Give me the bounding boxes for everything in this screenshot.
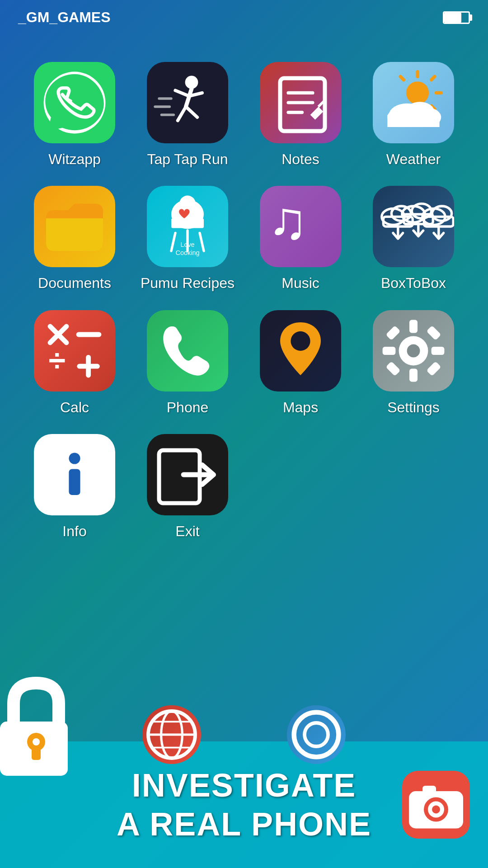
svg-line-5: [178, 107, 186, 121]
svg-point-53: [291, 331, 310, 351]
app-item-witzapp[interactable]: Witzapp: [27, 62, 122, 168]
svg-rect-56: [409, 320, 418, 333]
app-item-taptaprun[interactable]: Tap Tap Run: [140, 62, 235, 168]
boxtobox-label: BoxToBox: [381, 274, 446, 292]
app-item-boxtobox[interactable]: BoxToBox: [366, 186, 461, 292]
app-item-music[interactable]: ♫ Music: [253, 186, 348, 292]
music-label: Music: [282, 274, 319, 292]
documents-icon: [34, 186, 115, 267]
svg-rect-84: [422, 786, 436, 794]
svg-point-83: [432, 806, 440, 814]
notes-label: Notes: [282, 151, 319, 168]
exit-label: Exit: [175, 523, 199, 540]
maps-icon: [260, 310, 341, 392]
app-item-settings[interactable]: Settings: [366, 310, 461, 416]
svg-line-3: [175, 90, 189, 96]
svg-rect-66: [69, 469, 80, 495]
exit-icon: [147, 434, 228, 515]
svg-rect-57: [409, 368, 418, 382]
svg-line-17: [432, 76, 435, 80]
calc-icon: ÷: [34, 310, 115, 392]
info-label: Info: [62, 523, 86, 540]
svg-rect-63: [426, 361, 441, 376]
app-item-maps[interactable]: Maps: [253, 310, 348, 416]
info-icon: [34, 434, 115, 515]
svg-point-79: [305, 723, 328, 746]
svg-point-72: [33, 738, 40, 745]
settings-label: Settings: [387, 399, 440, 416]
svg-rect-61: [426, 326, 441, 340]
weather-icon: [373, 62, 454, 143]
svg-text:Love: Love: [180, 241, 194, 248]
svg-text:÷: ÷: [48, 343, 66, 377]
svg-rect-58: [383, 347, 396, 355]
witzapp-label: Witzapp: [48, 151, 101, 168]
maps-label: Maps: [283, 399, 318, 416]
app-item-info[interactable]: Info: [27, 434, 122, 540]
svg-rect-59: [432, 347, 445, 355]
dock-browser-icon[interactable]: [142, 705, 201, 764]
notes-icon: [260, 62, 341, 143]
lock-decoration: [0, 672, 86, 791]
svg-line-6: [186, 107, 197, 117]
svg-point-15: [406, 81, 429, 104]
svg-point-65: [69, 453, 80, 464]
svg-rect-25: [387, 115, 439, 127]
svg-line-2: [186, 89, 192, 107]
app-grid: Witzapp Tap Tap Run: [0, 44, 488, 558]
svg-line-20: [400, 76, 404, 80]
svg-line-29: [171, 233, 175, 251]
svg-rect-71: [32, 746, 41, 760]
taptaprun-icon: [147, 62, 228, 143]
svg-point-78: [294, 712, 339, 757]
phone-label: Phone: [167, 399, 209, 416]
battery-indicator: [443, 11, 470, 24]
pumu-label: Pumu Recipes: [141, 274, 235, 292]
svg-line-31: [200, 233, 204, 251]
svg-rect-60: [385, 326, 400, 340]
status-bar: _GM_GAMES: [0, 0, 488, 35]
calc-label: Calc: [60, 399, 89, 416]
camera-button[interactable]: [402, 771, 470, 839]
app-item-weather[interactable]: Weather: [366, 62, 461, 168]
app-item-exit[interactable]: Exit: [140, 434, 235, 540]
bottom-dock: [99, 705, 389, 764]
weather-label: Weather: [386, 151, 441, 168]
battery-fill: [444, 13, 461, 23]
app-item-calc[interactable]: ÷ Calc: [27, 310, 122, 416]
svg-rect-27: [171, 218, 204, 228]
app-item-pumu[interactable]: Love Cooking Pumu Recipes: [140, 186, 235, 292]
svg-rect-62: [385, 361, 400, 376]
svg-point-55: [407, 344, 420, 357]
app-item-documents[interactable]: Documents: [27, 186, 122, 292]
witzapp-icon: [34, 62, 115, 143]
taptaprun-label: Tap Tap Run: [147, 151, 228, 168]
svg-point-44: [432, 206, 451, 221]
boxtobox-icon: [373, 186, 454, 267]
documents-label: Documents: [38, 274, 111, 292]
svg-text:Cooking: Cooking: [176, 249, 200, 256]
dock-circle-icon[interactable]: [287, 705, 346, 764]
app-item-phone[interactable]: Phone: [140, 310, 235, 416]
svg-rect-10: [280, 78, 325, 131]
app-item-notes[interactable]: Notes: [253, 62, 348, 168]
svg-text:♫: ♫: [268, 191, 308, 250]
music-icon: ♫: [260, 186, 341, 267]
phone-icon: [147, 310, 228, 392]
settings-icon: [373, 310, 454, 392]
pumu-icon: Love Cooking: [147, 186, 228, 267]
username-label: _GM_GAMES: [18, 9, 110, 26]
